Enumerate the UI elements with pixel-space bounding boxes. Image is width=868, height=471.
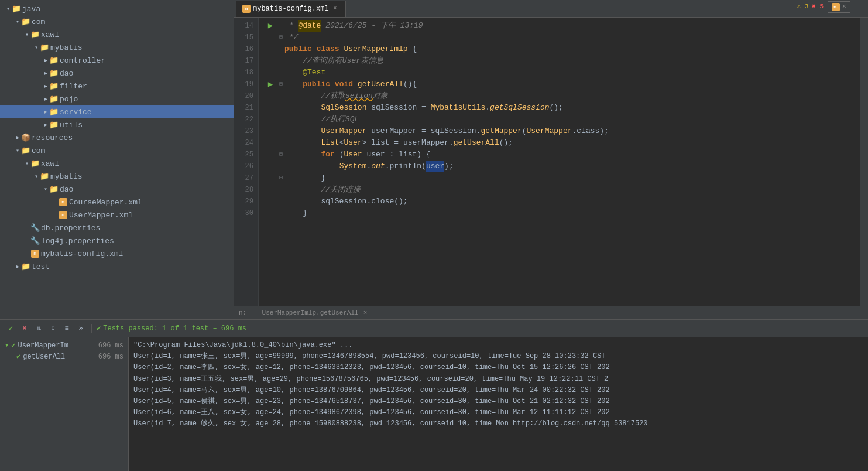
tree-log4j[interactable]: ▶ 🔧 log4j.properties [0, 234, 234, 247]
tree-label: dao [60, 69, 73, 78]
tree-db-props[interactable]: ▶ 🔧 db.properties [0, 221, 234, 234]
tree-label: mybatis-config.xml [41, 250, 123, 258]
code-line-19: ▶ ⊟ public void getUserAll(){ [263, 78, 855, 90]
tree-course-mapper[interactable]: ▶ m CourseMapper.xml [0, 196, 234, 209]
tree-check2-icon: ✔ [11, 341, 15, 350]
code-editor[interactable]: 14 15 16 17 18 19 20 21 22 23 24 25 26 2… [234, 18, 868, 306]
code-line-17: //查询所有User表信息 [263, 55, 855, 67]
mybatis-config-icon: m [30, 249, 40, 258]
run-icon2: ▶ [268, 78, 273, 90]
method-check-icon: ✔ [16, 352, 20, 361]
folder-icon: 📁 [49, 107, 59, 117]
tree-mybatis-config[interactable]: ▶ m mybatis-config.xml [0, 247, 234, 260]
tab-label: mybatis-config.xml [253, 5, 329, 13]
output-line-4: User(id=4, name=马六, sex=男, age=10, phone… [133, 385, 863, 396]
output-line-1: User(id=1, name=张三, sex=男, age=99999, ph… [133, 351, 863, 362]
tree-label: UserMapper.xml [69, 211, 133, 220]
folder-icon: 📦 [21, 133, 30, 142]
tree-label: mybatis [50, 43, 83, 52]
breadcrumb-tab-close[interactable]: × [363, 309, 368, 316]
code-line-22: //执行SQL [263, 114, 855, 125]
run-menu-button[interactable]: ≡ [61, 323, 73, 335]
tree-test[interactable]: ▶ 📁 test [0, 260, 234, 273]
quick-fix-popup[interactable]: m. × [828, 1, 850, 13]
status-check-icon: ✔ [97, 324, 101, 333]
xml-file-icon2: m [59, 210, 68, 220]
tree-com2[interactable]: ▾ 📁 com [0, 144, 234, 157]
run-check-button[interactable]: ✔ [5, 323, 16, 335]
test-tree-root[interactable]: ▾ ✔ UserMapperIm 696 ms [0, 340, 128, 351]
active-tab[interactable]: m mybatis-config.xml × [236, 1, 346, 17]
tree-xawl2[interactable]: ▾ 📁 xawl [0, 157, 234, 170]
run-gutter-19: ▶ [263, 78, 277, 90]
folder-icon: 📁 [49, 81, 59, 91]
tree-xawl[interactable]: ▾ 📁 xawl [0, 28, 234, 41]
code-line-18: @Test [263, 67, 855, 78]
folder-icon: 📁 [49, 56, 59, 65]
props-file-icon: 🔧 [30, 223, 40, 233]
editor-area: m mybatis-config.xml × ⚠ 3 ✖ 5 ∧ ∨ m. × … [234, 0, 868, 319]
test-tree-method[interactable]: ✔ getUserAll 696 ms [0, 351, 128, 362]
folder-icon: 📁 [12, 4, 21, 13]
tree-controller[interactable]: ▶ 📁 controller [0, 54, 234, 67]
run-gutter-14: ▶ [263, 20, 277, 32]
tree-mybatis[interactable]: ▾ 📁 mybatis [0, 41, 234, 54]
tab-bar: m mybatis-config.xml × ⚠ 3 ✖ 5 ∧ ∨ m. × [234, 0, 868, 18]
run-more-button[interactable]: » [75, 323, 87, 335]
tree-resources[interactable]: ▶ 📦 resources [0, 131, 234, 144]
output-line-6: User(id=6, name=王八, sex=女, age=24, phone… [133, 407, 863, 418]
code-line-24: List<User> list = userMapper.getUserAll(… [263, 137, 855, 149]
breadcrumb-text: n: [239, 309, 262, 316]
run-icon: ▶ [268, 20, 273, 32]
run-stop-button[interactable]: ✖ [19, 323, 30, 335]
tree-com[interactable]: ▾ 📁 com [0, 15, 234, 28]
code-line-30: } [263, 207, 855, 219]
folder-icon: 📁 [49, 94, 59, 104]
output-line-5: User(id=5, name=侯祺, sex=男, age=23, phone… [133, 396, 863, 407]
output-line-3: User(id=3, name=王五我, sex=男, age=29, phon… [133, 374, 863, 385]
code-content[interactable]: ▶ * @date 2021/6/25 - 下午 13:19 ⊟ */ publ… [259, 18, 860, 306]
editor-scrollbar[interactable] [860, 18, 868, 306]
tab-close-button[interactable]: × [331, 5, 339, 13]
code-line-20: //获取seiion对象 [263, 90, 855, 102]
folder-icon: 📁 [21, 262, 30, 271]
folder-icon: 📁 [49, 185, 59, 194]
output-line-7: User(id=7, name=够久, sex=女, age=28, phone… [133, 418, 863, 429]
folder-icon: 📁 [40, 172, 49, 181]
folder-icon: 📁 [21, 146, 30, 155]
run-output[interactable]: "C:\Program Files\Java\jdk1.8.0_40\bin\j… [129, 337, 868, 471]
line-numbers: 14 15 16 17 18 19 20 21 22 23 24 25 26 2… [234, 18, 259, 306]
test-class-name: UserMapperIm [18, 342, 68, 350]
tree-dao2[interactable]: ▾ 📁 dao [0, 183, 234, 196]
tree-mybatis2[interactable]: ▾ 📁 mybatis [0, 170, 234, 183]
test-method-time: 696 ms [98, 353, 123, 361]
tree-service[interactable]: ▶ 📁 service [0, 105, 234, 118]
tree-label: mybatis [50, 172, 83, 181]
tree-java[interactable]: ▾ 📁 java [0, 2, 234, 15]
code-line-15: ⊟ */ [263, 32, 855, 43]
breadcrumb-sep: . [316, 309, 320, 316]
test-tree: ▾ ✔ UserMapperIm 696 ms ✔ getUserAll 696… [0, 337, 129, 471]
toolbar-divider [91, 324, 92, 333]
tree-label: test [32, 262, 50, 271]
breadcrumb-method: getUserAll [320, 309, 359, 316]
tree-label: service [60, 108, 92, 117]
code-line-23: UserMapper userMapper = sqlSession.getMa… [263, 125, 855, 137]
tree-label: utils [60, 121, 83, 129]
folder-icon: 📁 [30, 30, 40, 39]
folder-icon: 📁 [40, 43, 49, 52]
tree-pojo[interactable]: ▶ 📁 pojo [0, 93, 234, 105]
run-panel: ✔ ✖ ⇅ ↧ ≡ » ✔ Tests passed: 1 of 1 test … [0, 319, 868, 471]
run-sort-button[interactable]: ⇅ [33, 323, 44, 335]
tree-label: xawl [41, 159, 59, 168]
tree-label: java [22, 5, 40, 13]
tree-dao-src[interactable]: ▶ 📁 dao [0, 67, 234, 80]
quick-fix-icon: m. [832, 3, 840, 11]
tree-user-mapper[interactable]: ▶ m UserMapper.xml [0, 209, 234, 221]
tree-label: com [32, 146, 45, 155]
tree-utils[interactable]: ▶ 📁 utils [0, 118, 234, 131]
breadcrumb-bar: n: UserMapperImlp . getUserAll × [234, 306, 868, 319]
quick-fix-close[interactable]: × [842, 3, 846, 11]
tree-filter[interactable]: ▶ 📁 filter [0, 80, 234, 93]
run-sort2-button[interactable]: ↧ [47, 323, 59, 335]
